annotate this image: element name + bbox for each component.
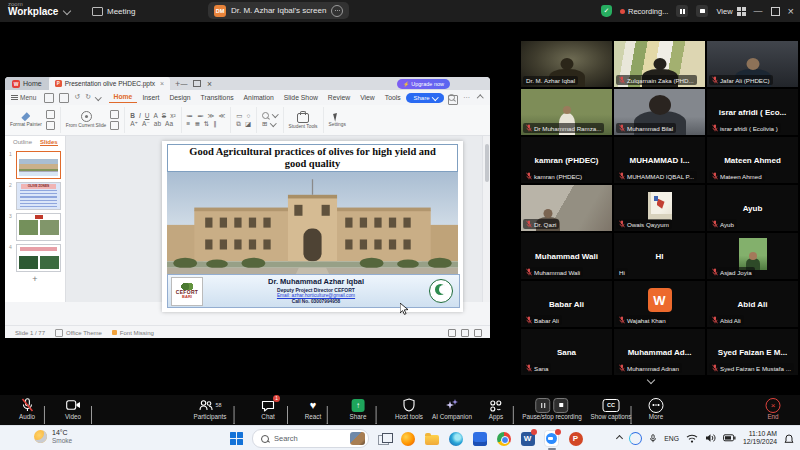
share-screen-button[interactable]: ↑ Share: [350, 398, 367, 420]
firefox-icon[interactable]: [400, 431, 415, 446]
participant-tile[interactable]: HIHi: [614, 233, 705, 279]
settings-button[interactable]: Settings: [329, 113, 346, 127]
view-button[interactable]: View: [716, 7, 745, 16]
indent-icon[interactable]: ≫: [208, 113, 215, 120]
wps-main-menu-button[interactable]: Menu: [11, 94, 36, 101]
comment-icon[interactable]: [448, 95, 458, 105]
participants-button[interactable]: 58 Participants: [194, 398, 227, 420]
react-chevron-icon[interactable]: [327, 406, 328, 424]
chrome-icon[interactable]: [496, 431, 511, 446]
wps-close-button[interactable]: ×: [207, 79, 212, 89]
superscript-icon[interactable]: x²: [170, 113, 175, 120]
word-icon[interactable]: W: [520, 431, 535, 446]
taskbar-clock[interactable]: 11:10 AM 12/19/2024: [743, 430, 777, 446]
captions-chevron-icon[interactable]: [631, 406, 632, 424]
strikethrough-icon[interactable]: S: [162, 113, 166, 120]
numbering-icon[interactable]: ≕: [197, 113, 204, 120]
participant-tile[interactable]: SanaSana: [521, 329, 612, 375]
add-slide-button[interactable]: +: [5, 274, 65, 284]
align-left-icon[interactable]: ≡: [187, 121, 191, 128]
tray-mic-icon[interactable]: [649, 433, 657, 444]
collapse-ribbon-icon[interactable]: [477, 95, 483, 101]
participant-tile[interactable]: Muhammad Bilal: [614, 89, 705, 135]
save-icon[interactable]: [44, 93, 54, 103]
slide-thumbnail-4[interactable]: 4: [5, 241, 65, 272]
upgrade-button[interactable]: ⚡Upgrade now: [397, 79, 450, 89]
video-chevron-icon[interactable]: [91, 406, 92, 424]
new-slide-buttons[interactable]: [110, 110, 119, 130]
chat-button[interactable]: 1 Chat: [261, 398, 275, 420]
apps-chevron-icon[interactable]: [513, 406, 514, 424]
italic-icon[interactable]: I: [139, 113, 141, 120]
close-button[interactable]: ×: [788, 6, 794, 17]
captions-button[interactable]: CC Show captions: [591, 398, 632, 420]
microsoft-store-icon[interactable]: [472, 431, 487, 446]
shape-arrange-icon[interactable]: ⧉: [236, 121, 241, 128]
participant-tile[interactable]: Muhammad Ad...Muhammad Adnan: [614, 329, 705, 375]
wps-tab-home[interactable]: Home: [109, 93, 138, 103]
undo-icon[interactable]: ↺: [74, 93, 80, 103]
stop-recording-button[interactable]: [696, 5, 708, 17]
find-chevron-icon[interactable]: [272, 111, 278, 117]
shape-fill-icon[interactable]: ◪: [245, 121, 251, 128]
slide-scrollbar[interactable]: [482, 136, 490, 302]
wps-tab-tools[interactable]: Tools: [380, 94, 406, 101]
outdent-icon[interactable]: ≪: [218, 113, 225, 120]
participant-tile[interactable]: israr afridi ( Eco...israr afridi ( Ecol…: [707, 89, 798, 135]
participant-tile[interactable]: Asjad Joyia: [707, 233, 798, 279]
volume-icon[interactable]: [705, 433, 716, 443]
wps-home-tab[interactable]: W Home: [5, 77, 49, 90]
quick-access-chevron-icon[interactable]: [95, 94, 101, 100]
participant-tile[interactable]: Syed Faizan E M...Syed Faizan E Mustafa …: [707, 329, 798, 375]
student-tools-button[interactable]: Student Tools: [289, 110, 318, 129]
taskbar-weather-widget[interactable]: 14°C Smoke: [34, 429, 72, 445]
record-controls[interactable]: Pause/stop recording: [522, 398, 582, 420]
shape-circle-icon[interactable]: ○: [246, 113, 250, 120]
wps-tab-insert[interactable]: Insert: [137, 94, 164, 101]
wps-tab-slide-show[interactable]: Slide Show: [279, 94, 323, 101]
language-indicator[interactable]: ENG: [664, 435, 679, 442]
apps-button[interactable]: Apps: [489, 398, 503, 420]
task-view-button[interactable]: [378, 433, 391, 444]
from-current-slide-button[interactable]: From Current Slide: [66, 111, 107, 128]
participant-tile[interactable]: Dr. Qazi: [521, 185, 612, 231]
slide-thumbnail-1[interactable]: 1: [5, 148, 65, 179]
line-spacing-icon[interactable]: ⇅: [204, 121, 209, 128]
security-shield-icon[interactable]: ✓: [601, 5, 612, 17]
zoom-app-icon[interactable]: [544, 431, 559, 446]
pause-recording-button[interactable]: [676, 5, 688, 17]
slide-sorter-icon[interactable]: [461, 329, 469, 337]
wps-minimize-button[interactable]: —: [180, 80, 187, 87]
shared-tab-options-icon[interactable]: [331, 5, 343, 17]
shrink-font-icon[interactable]: A⁻: [142, 121, 150, 128]
ai-companion-button[interactable]: AI Companion: [432, 398, 472, 420]
wps-tab-review[interactable]: Review: [323, 94, 355, 101]
slide-thumbnail-3[interactable]: 3: [5, 210, 65, 241]
wps-tab-design[interactable]: Design: [164, 94, 195, 101]
columns-icon[interactable]: ∥: [213, 121, 216, 128]
host-tools-button[interactable]: Host tools: [395, 398, 423, 420]
participant-tile[interactable]: Abid AliAbid Ali: [707, 281, 798, 327]
powerpoint-icon[interactable]: P: [568, 431, 583, 446]
participant-tile[interactable]: Owais Qayyum: [614, 185, 705, 231]
select-icon[interactable]: ⊞: [262, 121, 267, 128]
slide-title-box[interactable]: Good Agricultural practices of olives fo…: [167, 144, 458, 172]
share-chevron-icon[interactable]: [376, 406, 377, 424]
play-view-icon[interactable]: [474, 329, 482, 337]
pause-recording-icon[interactable]: [535, 398, 550, 413]
print-icon[interactable]: [59, 93, 69, 103]
wps-maximize-button[interactable]: [193, 80, 201, 88]
more-button[interactable]: More: [649, 398, 664, 420]
ribbon-more-icon[interactable]: ⋯: [463, 94, 470, 102]
participant-tile[interactable]: Mateen AhmedMateen Ahmed: [707, 137, 798, 183]
highlight-icon[interactable]: ab: [154, 121, 161, 128]
participant-tile[interactable]: Jafar Ali (PHDEC): [707, 41, 798, 87]
wps-tab-view[interactable]: View: [355, 94, 380, 101]
minimize-button[interactable]: —: [754, 7, 763, 16]
bold-icon[interactable]: B: [130, 113, 135, 120]
normal-view-icon[interactable]: [448, 329, 456, 337]
file-explorer-icon[interactable]: [424, 431, 439, 446]
taskbar-search[interactable]: Search: [252, 429, 369, 448]
notifications-bell-icon[interactable]: [784, 433, 794, 444]
select-chevron-icon[interactable]: [271, 120, 277, 126]
